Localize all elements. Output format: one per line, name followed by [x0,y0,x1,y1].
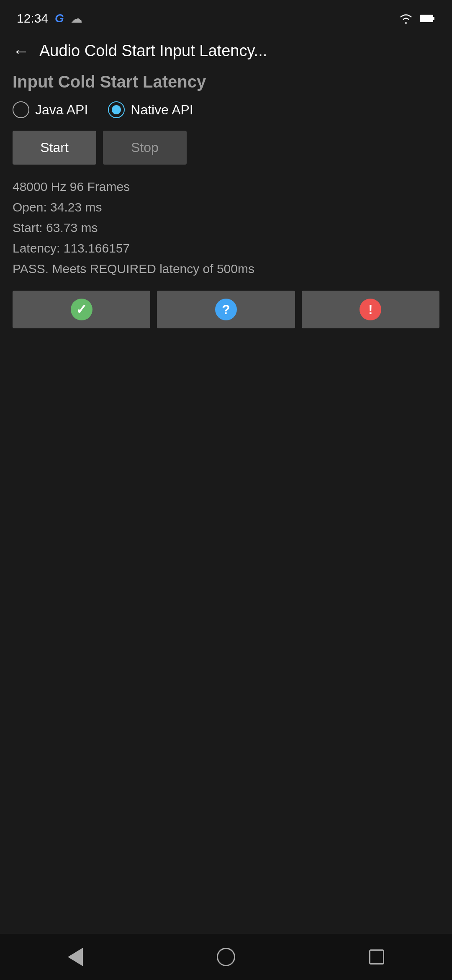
svg-rect-0 [420,15,433,22]
nav-recents-button[interactable] [360,944,393,970]
result-start: Start: 63.73 ms [13,218,439,237]
result-latency: Latency: 113.166157 [13,239,439,258]
result-info: 48000 Hz 96 Frames Open: 34.23 ms Start:… [13,177,439,278]
error-icon-button[interactable]: ! [302,291,439,328]
nav-home-button[interactable] [209,944,243,970]
status-right [398,13,435,24]
nav-home-icon [217,948,235,966]
pass-icon: ✓ [71,299,92,320]
main-content: Input Cold Start Latency Java API Native… [0,68,452,934]
google-icon: G [55,12,64,25]
section-title: Input Cold Start Latency [13,72,439,91]
info-icon: ? [215,299,237,320]
radio-native[interactable]: Native API [108,101,193,118]
pass-icon-button[interactable]: ✓ [13,291,150,328]
result-open: Open: 34.23 ms [13,198,439,217]
radio-java[interactable]: Java API [13,101,88,118]
info-icon-button[interactable]: ? [157,291,295,328]
radio-java-circle [13,101,29,118]
back-button[interactable]: ← [13,43,29,59]
wifi-icon [398,13,413,24]
stop-button[interactable]: Stop [103,131,187,165]
radio-java-label: Java API [35,102,88,118]
start-button[interactable]: Start [13,131,96,165]
error-icon: ! [360,299,381,320]
nav-recents-icon [369,949,384,965]
top-bar: ← Audio Cold Start Input Latency... [0,34,452,68]
status-left: 12:34 G ☁ [17,11,82,26]
button-row: Start Stop [13,131,439,165]
svg-rect-1 [433,17,434,20]
bottom-nav [0,934,452,980]
cloud-icon: ☁ [71,12,82,26]
radio-native-label: Native API [131,102,193,118]
radio-native-circle [108,101,125,118]
battery-icon [420,14,435,23]
status-bar: 12:34 G ☁ [0,0,452,34]
result-pass: PASS. Meets REQUIRED latency of 500ms [13,259,439,278]
status-icon-row: ✓ ? ! [13,291,439,328]
clock: 12:34 [17,11,48,26]
nav-back-button[interactable] [59,944,92,970]
radio-group: Java API Native API [13,101,439,118]
nav-back-icon [68,948,83,966]
page-title: Audio Cold Start Input Latency... [39,42,267,60]
result-hz-frames: 48000 Hz 96 Frames [13,177,439,196]
